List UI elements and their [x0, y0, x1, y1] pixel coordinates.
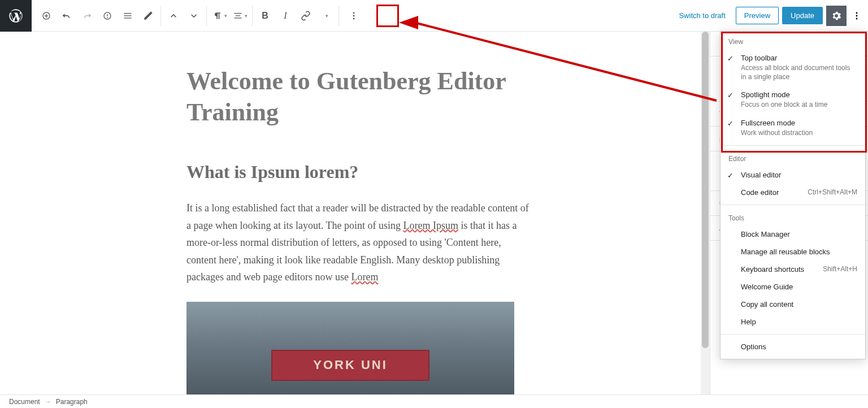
- pencil-icon: [142, 10, 154, 21]
- more-options-menu: View ✓ Top toolbar Access all block and …: [720, 32, 866, 359]
- page-title[interactable]: Welcome to Gutenberg Editor Training: [186, 66, 531, 128]
- toolbar-separator: [338, 6, 339, 26]
- menu-section-label: Tools: [721, 209, 865, 225]
- svg-point-5: [856, 18, 858, 19]
- editor-canvas-wrap: Welcome to Gutenberg Editor Training Wha…: [0, 32, 710, 394]
- wp-home-button[interactable]: [0, 0, 32, 32]
- breadcrumb-item[interactable]: Document: [9, 398, 40, 406]
- bold-button[interactable]: B: [255, 6, 275, 26]
- menu-item-options[interactable]: Options: [721, 338, 865, 355]
- menu-item-title: Options: [741, 342, 857, 351]
- gear-icon: [831, 10, 842, 21]
- menu-item-block-manager[interactable]: Block Manager: [721, 225, 865, 243]
- image-text-overlay: YORK UNI: [271, 350, 429, 381]
- menu-item-top-toolbar[interactable]: ✓ Top toolbar Access all block and docum…: [721, 49, 865, 86]
- menu-item-title: Visual editor: [741, 171, 857, 179]
- editor-canvas[interactable]: Welcome to Gutenberg Editor Training Wha…: [186, 66, 531, 394]
- menu-item-reusable-blocks[interactable]: Manage all reusable blocks: [721, 243, 865, 261]
- menu-shortcut: Ctrl+Shift+Alt+M: [808, 188, 857, 196]
- toolbar-group-block: ▾ ▾: [209, 6, 250, 26]
- paragraph-underlined: Lorem Ipsum: [403, 220, 458, 231]
- wordpress-icon: [8, 8, 24, 24]
- menu-item-keyboard-shortcuts[interactable]: Shift+Alt+H Keyboard shortcuts: [721, 261, 865, 278]
- check-icon: ✓: [727, 119, 734, 128]
- align-button[interactable]: ▾: [229, 6, 250, 26]
- menu-item-title: Spotlight mode: [741, 90, 857, 99]
- heading-text: ?: [349, 162, 358, 182]
- toolbar-group-format: B I ▾: [255, 6, 336, 26]
- menu-item-title: Block Manager: [741, 230, 857, 238]
- block-more-button[interactable]: [344, 6, 364, 26]
- heading-text: What is: [186, 162, 251, 182]
- menu-item-visual-editor[interactable]: ✓ Visual editor: [721, 166, 865, 184]
- svg-point-2: [353, 18, 355, 19]
- menu-item-title: Fullscreen mode: [741, 119, 857, 127]
- outline-button[interactable]: [118, 6, 138, 26]
- pilcrow-icon: [212, 10, 223, 21]
- switch-to-draft-button[interactable]: Switch to draft: [672, 7, 732, 24]
- editor-more-button[interactable]: [850, 6, 863, 26]
- block-breadcrumb: Document → Paragraph: [0, 394, 868, 408]
- toolbar-separator: [160, 6, 161, 26]
- image-block[interactable]: YORK UNI: [186, 302, 514, 394]
- redo-icon: [81, 10, 93, 21]
- align-icon: [232, 10, 244, 21]
- undo-button[interactable]: [57, 6, 77, 26]
- menu-item-spotlight[interactable]: ✓ Spotlight mode Focus on one block at a…: [721, 86, 865, 114]
- menu-item-title: Welcome Guide: [741, 283, 857, 291]
- move-up-button[interactable]: [163, 6, 184, 26]
- settings-button[interactable]: [826, 6, 847, 26]
- breadcrumb-item[interactable]: Paragraph: [56, 398, 88, 406]
- info-button[interactable]: [97, 6, 118, 26]
- redo-button[interactable]: [77, 6, 97, 26]
- preview-button[interactable]: Preview: [736, 7, 779, 24]
- menu-item-title: Top toolbar: [741, 54, 857, 62]
- menu-item-desc: Access all block and document tools in a…: [741, 63, 857, 81]
- vertical-scrollbar[interactable]: [701, 32, 710, 394]
- menu-separator: [721, 205, 865, 205]
- italic-button[interactable]: I: [275, 6, 296, 26]
- block-type-button[interactable]: ▾: [209, 6, 229, 26]
- menu-item-copy-all[interactable]: Copy all content: [721, 296, 865, 313]
- chevron-down-icon: [188, 10, 199, 21]
- menu-item-desc: Focus on one block at a time: [741, 100, 857, 109]
- heading-underlined: Ipsum lorem: [251, 162, 350, 182]
- link-icon: [300, 10, 311, 21]
- scrollbar-thumb[interactable]: [702, 32, 709, 348]
- menu-item-title: Help: [741, 318, 857, 326]
- menu-section-label: Editor: [721, 149, 865, 166]
- paragraph-underlined: Lorem: [351, 271, 378, 283]
- check-icon: ✓: [727, 54, 734, 63]
- edit-mode-button[interactable]: [138, 6, 158, 26]
- menu-item-desc: Work without distraction: [741, 128, 857, 137]
- more-vertical-icon: [851, 10, 862, 21]
- update-button[interactable]: Update: [782, 7, 823, 24]
- menu-shortcut: Shift+Alt+H: [823, 265, 857, 273]
- svg-point-1: [353, 15, 355, 16]
- toolbar-group-doc: [36, 6, 158, 26]
- move-down-button[interactable]: [184, 6, 204, 26]
- menu-item-code-editor[interactable]: Ctrl+Shift+Alt+M Code editor: [721, 184, 865, 201]
- more-vertical-icon: [348, 10, 359, 21]
- add-block-button[interactable]: [36, 6, 57, 26]
- editor-topbar: ▾ ▾ B I ▾ Switch to draft Preview Update: [0, 0, 868, 32]
- menu-item-help[interactable]: Help: [721, 313, 865, 331]
- list-icon: [122, 10, 133, 21]
- menu-section-label: View: [721, 32, 865, 49]
- heading-block[interactable]: What is Ipsum lorem?: [186, 162, 531, 183]
- check-icon: ✓: [727, 171, 734, 180]
- menu-item-title: Copy all content: [741, 300, 857, 309]
- menu-item-welcome-guide[interactable]: Welcome Guide: [721, 278, 865, 296]
- menu-separator: [721, 334, 865, 335]
- toolbar-separator: [206, 6, 207, 26]
- link-button[interactable]: [296, 6, 316, 26]
- paragraph-block[interactable]: It is a long established fact that a rea…: [186, 199, 531, 286]
- chevron-up-icon: [168, 10, 179, 21]
- menu-item-title: Manage all reusable blocks: [741, 248, 857, 256]
- menu-item-fullscreen[interactable]: ✓ Fullscreen mode Work without distracti…: [721, 114, 865, 142]
- svg-point-4: [856, 15, 858, 16]
- svg-point-0: [353, 12, 355, 14]
- undo-icon: [61, 10, 72, 21]
- plus-circle-icon: [41, 10, 52, 21]
- more-format-button[interactable]: ▾: [316, 6, 336, 26]
